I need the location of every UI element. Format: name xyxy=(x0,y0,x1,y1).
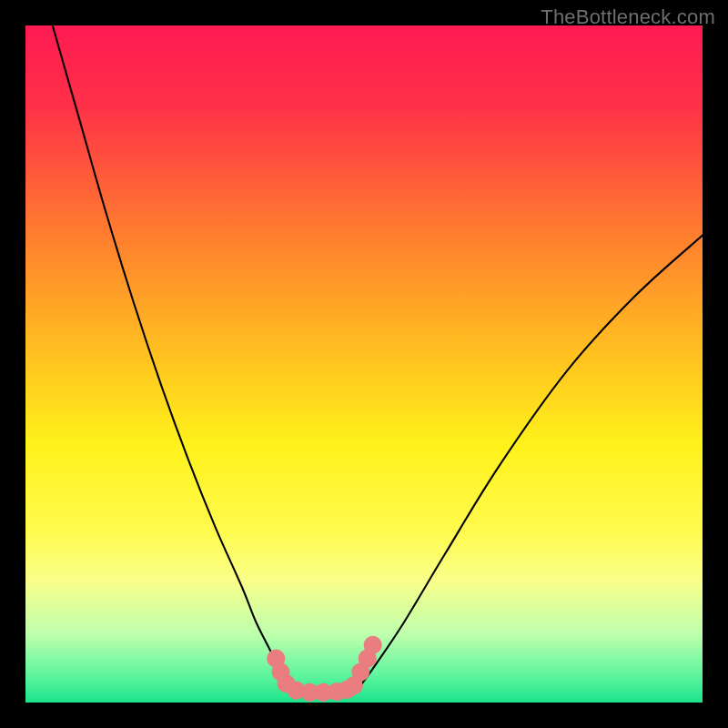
bottleneck-markers xyxy=(267,636,381,702)
bottleneck-marker xyxy=(364,636,382,654)
chart-plot-area xyxy=(25,25,703,703)
curve-left xyxy=(53,25,287,685)
chart-curves-layer xyxy=(25,25,703,703)
curve-right xyxy=(360,236,703,686)
watermark-text: TheBottleneck.com xyxy=(541,5,715,29)
